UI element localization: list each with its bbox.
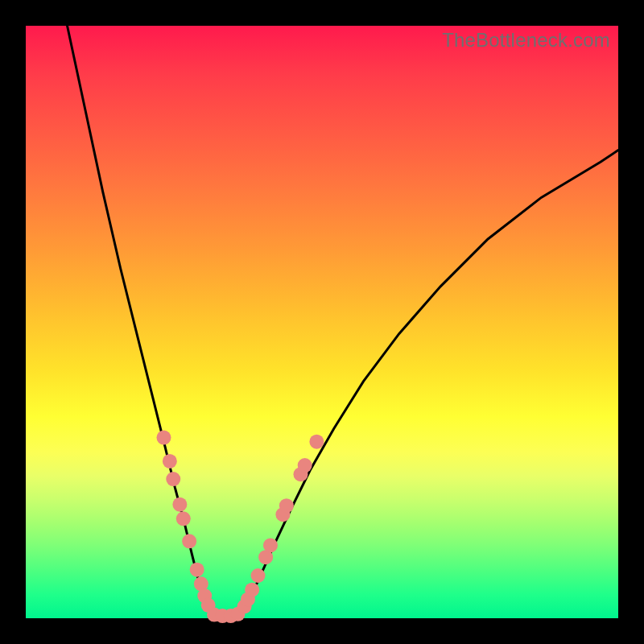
marker-dot (279, 498, 294, 513)
marker-dot (190, 563, 204, 577)
marker-dot (166, 472, 180, 486)
series-right-branch (239, 151, 618, 614)
chart-stage: TheBottleneck.com (0, 0, 644, 644)
curve-group (68, 26, 618, 617)
marker-dot (176, 511, 191, 526)
marker-dot (245, 583, 259, 597)
marker-dot (156, 431, 171, 445)
chart-svg (26, 26, 618, 618)
series-left-branch (68, 26, 213, 614)
markers-group (156, 431, 324, 624)
marker-dot (263, 538, 278, 552)
marker-dot (309, 435, 324, 449)
marker-dot (172, 497, 187, 512)
marker-dot (182, 534, 196, 548)
plot-area: TheBottleneck.com (26, 26, 618, 618)
marker-dot (251, 568, 266, 583)
marker-dot (163, 454, 177, 469)
marker-dot (298, 458, 312, 473)
